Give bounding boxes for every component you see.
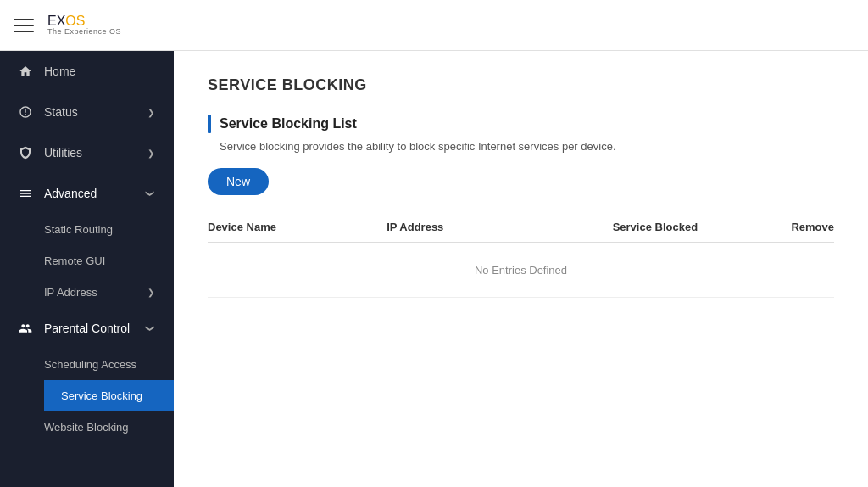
- chevron-up-icon-advanced: ❯: [145, 188, 157, 199]
- sidebar-label-service-blocking: Service Blocking: [61, 389, 157, 402]
- home-icon: [17, 63, 34, 80]
- section-title: Service Blocking List: [220, 116, 357, 132]
- chevron-down-icon-ip: ❯: [145, 287, 157, 299]
- sidebar-label-website-blocking: Website Blocking: [44, 421, 157, 434]
- sidebar-label-remote-gui: Remote GUI: [44, 255, 157, 267]
- sidebar-item-status[interactable]: Status ❯: [0, 92, 174, 132]
- chevron-down-icon-utilities: ❯: [145, 147, 157, 159]
- col-service-blocked: Service Blocked: [565, 221, 744, 233]
- sidebar-label-status: Status: [44, 105, 145, 119]
- sidebar-label-home: Home: [44, 64, 157, 78]
- section-bar: [208, 115, 211, 133]
- section-header: Service Blocking List: [208, 115, 834, 133]
- new-button[interactable]: New: [208, 168, 269, 195]
- page-title: SERVICE BLOCKING: [208, 76, 834, 94]
- sidebar-item-scheduling-access[interactable]: Scheduling Access: [44, 349, 174, 380]
- col-device-name: Device Name: [208, 221, 387, 233]
- sidebar-item-ip-address[interactable]: IP Address ❯: [44, 277, 174, 308]
- sidebar-sub-parental: Scheduling Access Service Blocking Websi…: [0, 349, 174, 443]
- logo-area: EXOS The Experience OS: [47, 14, 121, 36]
- logo-ex: EX: [47, 14, 65, 29]
- table-empty-message: No Entries Defined: [208, 244, 834, 298]
- status-icon: [17, 104, 34, 120]
- chevron-down-icon: ❯: [145, 106, 157, 118]
- hamburger-icon[interactable]: [14, 15, 34, 36]
- parental-icon: [17, 320, 34, 337]
- table-header: Device Name IP Address Service Blocked R…: [208, 221, 834, 244]
- logo-os: OS: [65, 14, 85, 29]
- sidebar-item-home[interactable]: Home: [0, 51, 174, 92]
- sidebar: Home Status ❯ Utilities ❯ Advanced ❯: [0, 51, 174, 487]
- sidebar-label-ip-address: IP Address: [44, 286, 145, 299]
- chevron-up-icon-parental: ❯: [145, 322, 157, 334]
- top-header: EXOS The Experience OS: [0, 0, 868, 51]
- col-ip-address: IP Address: [387, 221, 565, 233]
- sidebar-item-parental-control[interactable]: Parental Control ❯: [0, 308, 174, 349]
- section-desc: Service blocking provides the ability to…: [220, 140, 834, 153]
- sidebar-sub-advanced: Static Routing Remote GUI IP Address ❯: [0, 214, 174, 308]
- table-area: Device Name IP Address Service Blocked R…: [208, 221, 834, 298]
- sidebar-item-service-blocking[interactable]: Service Blocking: [44, 380, 174, 411]
- sidebar-label-static-routing: Static Routing: [44, 223, 157, 236]
- sidebar-item-remote-gui[interactable]: Remote GUI: [44, 245, 174, 277]
- sidebar-label-scheduling-access: Scheduling Access: [44, 358, 157, 371]
- sidebar-item-website-blocking[interactable]: Website Blocking: [44, 411, 174, 443]
- advanced-icon: [17, 185, 34, 202]
- main-layout: Home Status ❯ Utilities ❯ Advanced ❯: [0, 51, 868, 487]
- sidebar-item-static-routing[interactable]: Static Routing: [44, 214, 174, 245]
- sidebar-item-utilities[interactable]: Utilities ❯: [0, 132, 174, 173]
- sidebar-item-advanced[interactable]: Advanced ❯: [0, 173, 174, 214]
- col-remove: Remove: [744, 221, 834, 233]
- content-area: SERVICE BLOCKING Service Blocking List S…: [174, 51, 868, 487]
- utilities-icon: [17, 144, 34, 161]
- sidebar-label-parental-control: Parental Control: [44, 322, 145, 335]
- sidebar-label-utilities: Utilities: [44, 146, 145, 160]
- logo-subtitle: The Experience OS: [47, 28, 121, 36]
- sidebar-label-advanced: Advanced: [44, 187, 145, 200]
